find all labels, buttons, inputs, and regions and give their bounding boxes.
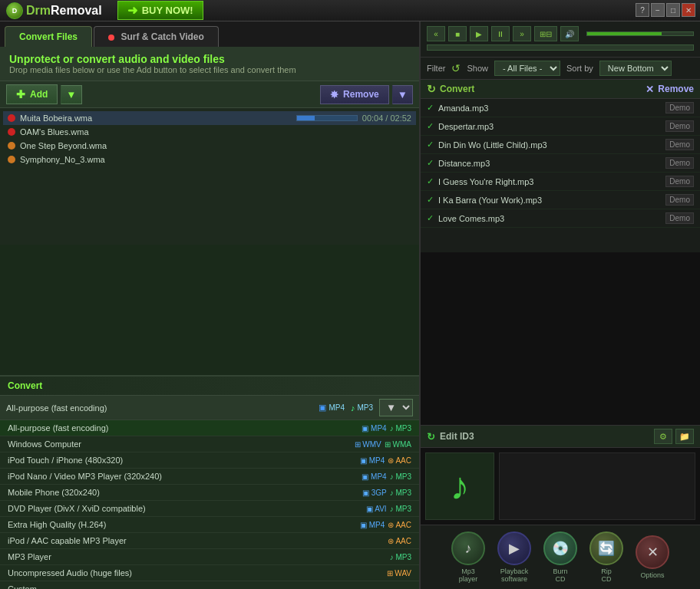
media-name: Despertar.mp3 (438, 122, 661, 131)
table-row[interactable]: OAM's Blues.wma (3, 125, 416, 139)
close-button[interactable]: ✕ (682, 3, 695, 17)
table-row[interactable]: Symphony_No_3.wma (3, 153, 416, 166)
right-panel: « ■ ▶ ⏸ » ⊞⊟ 🔊 Filter ↺ Show - All Files… (421, 21, 700, 589)
media-badge: Demo (665, 120, 694, 132)
add-dropdown-button[interactable]: ▼ (61, 85, 81, 104)
maximize-button[interactable]: □ (666, 3, 680, 17)
album-area: ♪ (421, 448, 700, 525)
show-label: Show (467, 64, 488, 73)
burn-cd-button[interactable]: 💿 BurnCD (543, 531, 577, 583)
file-name: Symphony_No_3.wma (20, 155, 411, 164)
check-icon: ✓ (427, 213, 434, 223)
file-name: One Step Beyond.wma (20, 141, 411, 150)
remove-button[interactable]: ✸ Remove (320, 85, 389, 104)
check-icon: ✓ (427, 158, 434, 168)
media-badge: Demo (665, 139, 694, 150)
tab-convert-files[interactable]: Convert Files (5, 26, 92, 47)
check-icon: ✓ (427, 195, 434, 205)
list-item[interactable]: All-purpose (fast encoding) ▣ MP4 ♪ MP3 (0, 420, 419, 436)
file-list: Muita Bobeira.wma 00:04 / 02:52 OAM's Bl… (0, 108, 419, 245)
file-status-icon (8, 114, 15, 122)
file-status-icon (8, 156, 15, 163)
check-icon: ✓ (427, 103, 434, 113)
media-badge: Demo (665, 212, 694, 224)
file-name: Muita Bobeira.wma (20, 114, 292, 123)
id3-settings-button[interactable]: ⚙ (654, 429, 672, 444)
media-name: I Ka Barra (Your Work).mp3 (438, 196, 661, 205)
tab-dot-icon (108, 35, 114, 41)
list-item[interactable]: Custom... (0, 581, 419, 589)
list-item[interactable]: ✓ Despertar.mp3 Demo (421, 117, 700, 136)
playback-software-button[interactable]: ▶ Playbacksoftware (497, 531, 531, 583)
options-label: Options (640, 571, 664, 579)
list-item[interactable]: ✓ I Ka Barra (Your Work).mp3 Demo (421, 191, 700, 209)
tab-surf-catch[interactable]: Surf & Catch Video (94, 26, 219, 47)
list-item[interactable]: ✓ Amanda.mp3 Demo (421, 99, 700, 117)
preset-dropdown[interactable]: ▼ (379, 399, 413, 416)
convert-section: Convert All-purpose (fast encoding) ▣ MP… (0, 375, 419, 589)
minimize-button[interactable]: − (651, 3, 665, 17)
volume-bar[interactable] (586, 31, 694, 36)
refresh-icon[interactable]: ↺ (451, 62, 461, 74)
table-row[interactable]: Muita Bobeira.wma 00:04 / 02:52 (3, 111, 416, 125)
playback-icon: ▶ (497, 531, 531, 565)
list-item[interactable]: ✓ Distance.mp3 Demo (421, 154, 700, 173)
list-item[interactable]: MP3 Player ♪ MP3 (0, 549, 419, 565)
mp3-player-button[interactable]: ♪ Mp3player (451, 531, 485, 583)
mute-button[interactable]: 🔊 (560, 26, 579, 41)
preset-bar: All-purpose (fast encoding) ▣ MP4 ♪ MP3 … (0, 396, 419, 420)
remove-star-icon: ✸ (330, 89, 338, 100)
sort-label: Sort by (566, 64, 593, 73)
music-note-icon: ♪ (451, 464, 470, 508)
right-convert-button[interactable]: ↻ Convert (427, 83, 474, 95)
media-badge: Demo (665, 102, 694, 114)
app-logo: D DrmRemoval (6, 2, 102, 19)
list-item[interactable]: ✓ Din Din Wo (Little Child).mp3 Demo (421, 136, 700, 154)
filter-select[interactable]: - All Files - (494, 61, 560, 76)
id3-folder-button[interactable]: 📁 (675, 429, 694, 444)
help-button[interactable]: ? (636, 3, 649, 17)
options-icon: ✕ (636, 535, 669, 569)
play-button[interactable]: ▶ (470, 26, 488, 41)
add-button[interactable]: ✚ Add (6, 84, 58, 104)
filter-label: Filter (427, 64, 445, 73)
remove-x-icon: ✕ (646, 84, 654, 95)
burn-cd-label: BurnCD (553, 568, 567, 583)
list-item[interactable]: ✓ I Guess You're Right.mp3 Demo (421, 173, 700, 191)
list-item[interactable]: Uncompressed Audio (huge files) ⊞ WAV (0, 565, 419, 581)
player-bar: « ■ ▶ ⏸ » ⊞⊟ 🔊 (421, 21, 700, 58)
list-item[interactable]: Mobile Phone (320x240) ▣ 3GP ♪ MP3 (0, 485, 419, 501)
stop-button[interactable]: ■ (448, 26, 467, 41)
buy-now-button[interactable]: ➜ BUY NOW! (117, 1, 203, 20)
rewind-button[interactable]: « (427, 26, 445, 41)
list-item[interactable]: iPod Nano / Video MP3 Player (320x240) ▣… (0, 469, 419, 485)
mp3-player-icon: ♪ (451, 531, 485, 565)
list-item[interactable]: Extra High Quality (H.264) ▣ MP4 ⊛ AAC (0, 517, 419, 533)
list-item[interactable]: iPod Touch / iPhone (480x320) ▣ MP4 ⊛ AA… (0, 452, 419, 469)
forward-button[interactable]: » (513, 26, 531, 41)
sort-select[interactable]: New Bottom (599, 61, 672, 76)
album-art: ♪ (425, 452, 494, 520)
format-mp3-badge: ♪ MP3 (351, 403, 373, 413)
main-container: Convert Files Surf & Catch Video Unprote… (0, 21, 700, 589)
rip-cd-button[interactable]: 🔄 RipCD (589, 531, 623, 583)
list-item[interactable]: DVD Player (DivX / XviD compatible) ▣ AV… (0, 501, 419, 517)
convert-icon: ↻ (427, 83, 436, 95)
rip-cd-label: RipCD (601, 568, 612, 583)
right-remove-button[interactable]: ✕ Remove (646, 84, 694, 95)
edit-id3-label: ↻ Edit ID3 (427, 431, 474, 443)
list-item[interactable]: iPod / AAC capable MP3 Player ⊛ AAC (0, 533, 419, 549)
list-item[interactable]: ✓ Love Comes.mp3 Demo (421, 209, 700, 228)
remove-dropdown-button[interactable]: ▼ (392, 85, 413, 104)
title-bar: D DrmRemoval ➜ BUY NOW! ? − □ ✕ (0, 0, 700, 21)
player-progress[interactable] (427, 44, 694, 51)
extra-button[interactable]: ⊞⊟ (534, 26, 557, 41)
pause-button[interactable]: ⏸ (491, 26, 510, 41)
table-row[interactable]: One Step Beyond.wma (3, 139, 416, 153)
list-item[interactable]: Windows Computer ⊞ WMV ⊞ WMA (0, 436, 419, 452)
player-controls: « ■ ▶ ⏸ » ⊞⊟ 🔊 (427, 26, 694, 41)
options-button[interactable]: ✕ Options (636, 535, 669, 579)
add-plus-icon: ✚ (16, 88, 25, 100)
bottom-toolbar: ♪ Mp3player ▶ Playbacksoftware 💿 BurnCD … (421, 525, 700, 589)
id3-icon: ↻ (427, 431, 435, 443)
